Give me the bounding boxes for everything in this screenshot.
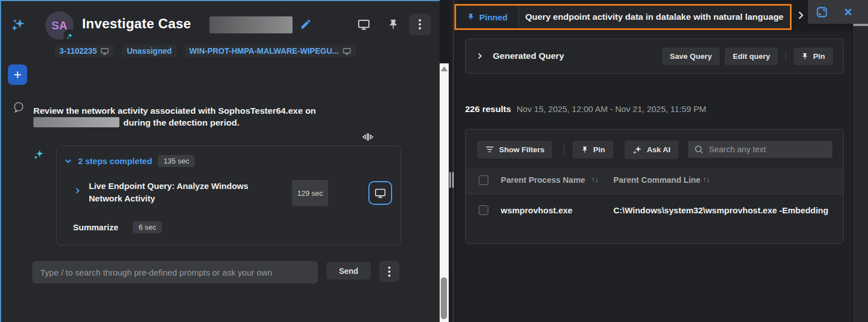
tab-active-query[interactable]: Query endpoint activity data in datalake… (519, 6, 790, 28)
scrollbar-thumb[interactable] (441, 277, 447, 319)
results-date-range: Nov 15, 2025, 12:00 AM - Nov 21, 2025, 1… (517, 104, 706, 114)
chevron-down-icon (64, 157, 72, 165)
pin-icon (581, 145, 588, 154)
row-checkbox[interactable] (479, 205, 488, 215)
select-all-checkbox[interactable] (479, 175, 488, 185)
pin-query-button[interactable]: Pin (793, 48, 833, 65)
tab-overflow-chevron-icon[interactable] (796, 10, 806, 21)
redacted-hostname-box (33, 117, 119, 127)
toolbar-divider (785, 50, 786, 62)
results-count: 226 results (465, 104, 511, 114)
step-label[interactable]: Live Endpoint Query: Analyze Windows Net… (89, 180, 260, 205)
send-button[interactable]: Send (326, 262, 371, 280)
table-row[interactable]: wsmprovhost.exe C:\Windows\system32\wsmp… (466, 194, 843, 226)
steps-total-duration-badge: 135 sec (158, 155, 195, 167)
scrollbar-up-arrow[interactable] (441, 66, 448, 71)
chevron-right-icon[interactable] (476, 52, 484, 60)
investigate-case-panel: + SA Investigate Case ⋮ 3-1102235 Unassi… (0, 0, 440, 322)
avatar-sparkle-badge (63, 29, 76, 42)
case-id-link[interactable]: 3-1102235 (55, 45, 114, 57)
assistant-sparkle-icon (33, 149, 44, 160)
device-link[interactable]: WIN-PROT-HMPA-MALWARE-WIPEGU... (185, 45, 356, 57)
assistant-sparkle-icon (10, 17, 25, 32)
pin-icon (801, 52, 809, 61)
expand-panel-icon[interactable] (816, 6, 828, 18)
assignee-chip[interactable]: Unassigned (122, 45, 176, 57)
save-query-button[interactable]: Save Query (662, 48, 720, 65)
steps-summary-label: 2 steps completed (78, 156, 152, 166)
page-title: Investigate Case (82, 16, 191, 32)
monitor-icon (342, 47, 351, 55)
show-filters-label: Show Filters (499, 145, 544, 154)
pinned-tab-label: Pinned (479, 12, 508, 22)
cell-parent-process-name: wsmprovhost.exe (501, 205, 573, 215)
generated-query-title: Generated Query (493, 51, 662, 61)
column-header-parent-process-name[interactable]: Parent Process Name (501, 175, 585, 184)
avatar: SA (45, 11, 74, 40)
step-label: Summarize (73, 222, 118, 232)
pin-button-label: Pin (813, 52, 825, 61)
case-metadata-row: 3-1102235 Unassigned WIN-PROT-HMPA-MALWA… (55, 45, 356, 57)
cell-parent-command-line: C:\Windows\system32\wsmprovhost.exe -Emb… (613, 205, 828, 215)
pin-button-label: Pin (593, 145, 605, 154)
avatar-initials: SA (51, 19, 67, 32)
monitor-icon (374, 187, 386, 199)
open-live-query-button[interactable] (368, 181, 392, 205)
monitor-icon[interactable] (357, 18, 371, 31)
case-more-options-button[interactable]: ⋮ (409, 14, 431, 35)
sparkle-icon (633, 145, 642, 154)
close-panel-icon[interactable]: ✕ (844, 7, 853, 18)
prompt-input[interactable] (32, 261, 318, 284)
chevron-right-icon[interactable] (74, 187, 81, 195)
results-summary: 226 results Nov 15, 2025, 12:00 AM - Nov… (465, 104, 706, 114)
filter-icon (485, 145, 495, 153)
monitor-icon (100, 47, 109, 55)
step-duration-badge: 129 sec (292, 180, 328, 206)
edit-title-icon[interactable] (300, 18, 312, 30)
scrollbar-thumb[interactable] (853, 24, 868, 26)
message-line1: Review the network activity associated w… (33, 106, 316, 115)
chat-bubble-icon[interactable] (12, 101, 25, 114)
show-filters-button[interactable]: Show Filters (477, 141, 552, 158)
user-prompt-message: Review the network activity associated w… (33, 105, 373, 128)
left-panel-scrollbar[interactable] (440, 63, 449, 322)
search-box[interactable] (688, 141, 832, 158)
sort-icon[interactable]: ↑↓ (703, 175, 710, 184)
pin-results-button[interactable]: Pin (573, 141, 613, 158)
results-toolbar: Show Filters Pin Ask AI (477, 141, 832, 158)
splitter-handle[interactable] (452, 172, 454, 188)
redacted-case-name (209, 16, 293, 33)
generated-query-card: Generated Query Save Query Edit query Pi… (465, 38, 844, 74)
steps-expander[interactable]: 2 steps completed 135 sec (64, 155, 195, 167)
right-panel-scrollbar[interactable] (852, 24, 868, 322)
search-icon (694, 144, 704, 154)
panel-splitter[interactable] (449, 0, 457, 322)
active-tab-title: Query endpoint activity data in datalake… (525, 12, 784, 22)
message-line2: during the detection period. (123, 118, 239, 127)
column-resize-cursor (361, 132, 375, 141)
steps-summary-card: 2 steps completed 135 sec Live Endpoint … (56, 145, 401, 246)
search-input[interactable] (709, 145, 827, 154)
composer-more-options-button[interactable] (379, 261, 399, 282)
panel-window-controls: ✕ (808, 0, 868, 24)
tab-pinned[interactable]: Pinned (456, 6, 518, 28)
ask-ai-button[interactable]: Ask AI (625, 140, 678, 159)
step-duration-badge: 6 sec (133, 221, 162, 233)
sort-icon[interactable]: ↑↓ (591, 175, 598, 184)
ask-ai-label: Ask AI (647, 145, 671, 154)
table-header-row: Parent Process Name ↑↓ Parent Command Li… (466, 168, 843, 194)
splitter-handle[interactable] (449, 172, 451, 188)
column-header-parent-command-line[interactable]: Parent Command Line (613, 175, 701, 184)
new-investigation-button[interactable]: + (8, 65, 27, 85)
pin-icon[interactable] (388, 18, 399, 31)
results-table-card: Show Filters Pin Ask AI (465, 129, 844, 244)
pinned-query-panel: ✕ Pinned Query endpoint activity data in… (457, 0, 868, 322)
device-name-text: WIN-PROT-HMPA-MALWARE-WIPEGU... (190, 46, 339, 55)
edit-query-button[interactable]: Edit query (725, 48, 778, 65)
toolbar-divider (564, 143, 564, 156)
highlighted-tab-group: Pinned Query endpoint activity data in d… (454, 4, 792, 30)
case-id-text: 3-1102235 (59, 46, 97, 55)
pin-icon (467, 12, 475, 22)
